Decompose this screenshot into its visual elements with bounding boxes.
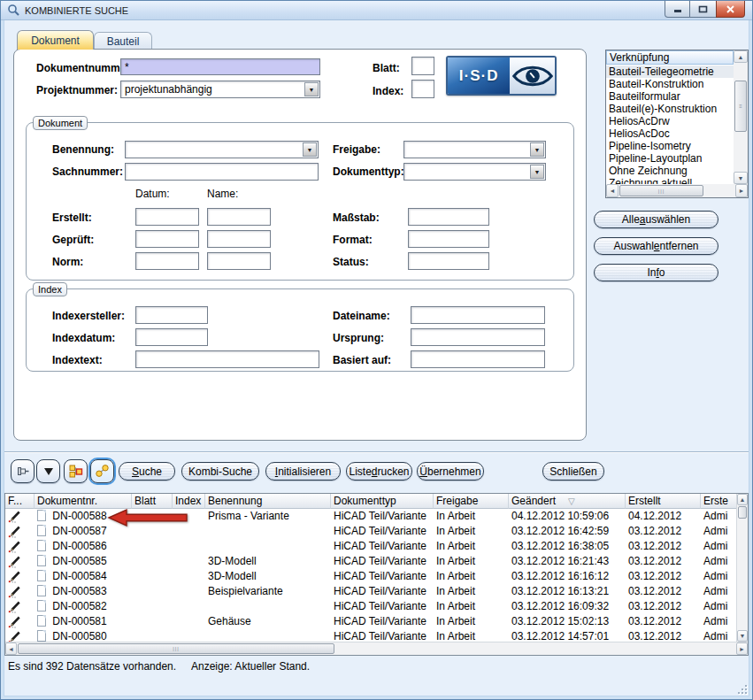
link-list-item[interactable]: Bauteil-Teilegeometrie: [606, 65, 734, 78]
erstellt-datum-input[interactable]: [135, 208, 199, 226]
combo-dropdown-button[interactable]: ▼: [304, 82, 319, 96]
norm-datum-input[interactable]: [135, 252, 199, 270]
initialisieren-button[interactable]: Initialisieren: [265, 462, 341, 481]
norm-name-input[interactable]: [207, 252, 271, 270]
basiert-auf-input[interactable]: [411, 350, 545, 368]
linked-parts-button[interactable]: [90, 459, 114, 483]
column-header[interactable]: F...: [5, 494, 35, 509]
projektnummer-combo[interactable]: projektunabhängig ▼: [120, 81, 320, 98]
verknuepfung-column-header[interactable]: Verknüpfung: [606, 50, 734, 65]
geprueft-name-input[interactable]: [207, 230, 271, 248]
scroll-thumb[interactable]: [738, 506, 747, 519]
pin-dialog-button[interactable]: [11, 459, 35, 483]
ursprung-input[interactable]: [411, 328, 545, 346]
erstellt-name-input[interactable]: [207, 208, 271, 226]
dropdown-arrow-icon: [43, 467, 54, 476]
indextext-input[interactable]: [135, 350, 319, 368]
cell-dokumenttyp: HiCAD Teil/Variante: [331, 584, 434, 599]
scroll-left-button[interactable]: ◄: [606, 184, 619, 197]
blatt-input[interactable]: [411, 57, 434, 75]
scroll-up-button[interactable]: ▲: [734, 50, 748, 63]
cell-workflow: [5, 629, 35, 642]
cell-geaendert: 03.12.2012 16:38:05: [509, 539, 626, 554]
titlebar: KOMBINIERTE SUCHE: [1, 1, 752, 20]
column-header[interactable]: Erstellt: [626, 494, 701, 509]
column-header[interactable]: Dokumenttyp: [331, 494, 434, 509]
link-list-item[interactable]: Pipeline-Isometry: [606, 140, 734, 152]
scroll-thumb[interactable]: |||: [619, 185, 703, 196]
column-header[interactable]: Geändert▽: [509, 494, 626, 509]
uebernehmen-button[interactable]: Übernehmen: [417, 462, 484, 481]
more-options-button[interactable]: [36, 459, 60, 483]
link-list-item[interactable]: Zeichnung aktuell: [606, 177, 734, 184]
suche-button[interactable]: Suche: [119, 462, 175, 481]
link-list-item[interactable]: Bauteil-Konstruktion: [606, 78, 734, 90]
scroll-thumb[interactable]: ≡: [734, 81, 747, 132]
sachnummer-input[interactable]: [125, 163, 319, 181]
maximize-button[interactable]: [690, 1, 716, 18]
auswahl-entfernen-button[interactable]: Auswahl entfernen: [594, 237, 718, 255]
structure-view-button[interactable]: [64, 459, 88, 483]
link-list-item[interactable]: HeliosAcDrw: [606, 115, 734, 127]
table-row[interactable]: DN-0005843D-ModellHiCAD Teil/VarianteIn …: [5, 569, 736, 584]
dokumentnummer-input[interactable]: [120, 58, 320, 75]
column-header[interactable]: Erste: [701, 494, 736, 509]
combo-dropdown-button[interactable]: ▼: [530, 165, 544, 179]
column-header[interactable]: Freigabe: [434, 494, 509, 509]
cell-freigabe: In Arbeit: [434, 524, 509, 539]
cell-blatt: [132, 554, 173, 569]
scroll-down-button[interactable]: ▼: [734, 172, 748, 184]
minimize-button[interactable]: [665, 1, 690, 18]
indexdatum-input[interactable]: [135, 328, 208, 346]
cell-ersteller: Admi: [701, 524, 736, 539]
list-vertical-scrollbar[interactable]: ▲ ≡ ▼: [734, 50, 748, 184]
resize-grip[interactable]: [736, 683, 747, 694]
link-list-item[interactable]: Bauteilformular: [606, 90, 734, 103]
geprueft-datum-input[interactable]: [135, 230, 199, 248]
freigabe-combo[interactable]: ▼: [403, 141, 546, 158]
table-row[interactable]: DN-000586HiCAD Teil/VarianteIn Arbeit03.…: [5, 539, 736, 554]
list-horizontal-scrollbar[interactable]: ◄ ||| ►: [606, 184, 748, 197]
liste-drucken-button[interactable]: Liste drucken: [346, 462, 412, 481]
index-input[interactable]: [411, 80, 434, 98]
combo-dropdown-button[interactable]: ▼: [303, 142, 317, 157]
cell-benennung: Prisma - Variante: [205, 509, 331, 524]
table-row[interactable]: DN-000580HiCAD Teil/VarianteIn Arbeit03.…: [5, 629, 736, 642]
alle-auswaehlen-button[interactable]: Alle auswählen: [594, 211, 718, 228]
link-list-item[interactable]: Bauteil(e)-Konstruktion: [606, 103, 734, 115]
table-row[interactable]: DN-000583BeispielvarianteHiCAD Teil/Vari…: [5, 584, 736, 599]
column-header[interactable]: Benennung: [205, 494, 331, 509]
link-list-item[interactable]: Ohne Zeichnung: [606, 165, 734, 177]
massstab-input[interactable]: [408, 208, 489, 226]
scroll-up-button[interactable]: ▲: [737, 494, 748, 505]
benennung-combo[interactable]: ▼: [125, 141, 319, 158]
link-list-item[interactable]: HeliosAcDoc: [606, 127, 734, 140]
dokumenttyp-combo[interactable]: ▼: [403, 163, 546, 181]
tab-dokument[interactable]: Dokument: [17, 30, 94, 50]
info-button[interactable]: Info: [594, 264, 718, 281]
status-input[interactable]: [408, 252, 489, 270]
scroll-thumb[interactable]: |||: [18, 643, 334, 654]
kombi-suche-button[interactable]: Kombi-Suche: [181, 462, 259, 481]
tab-bauteil[interactable]: Bauteil: [94, 32, 152, 50]
cell-erstellt: 03.12.2012: [626, 584, 701, 599]
cell-workflow: [5, 524, 35, 539]
table-horizontal-scrollbar[interactable]: ◄ ||| ►: [5, 642, 748, 655]
maximize-icon: [698, 5, 708, 13]
close-button[interactable]: [716, 1, 745, 18]
scroll-down-button[interactable]: ▼: [737, 630, 748, 642]
scroll-right-button[interactable]: ►: [735, 184, 748, 197]
table-row[interactable]: DN-000581GehäuseHiCAD Teil/VarianteIn Ar…: [5, 614, 736, 629]
link-list-item[interactable]: Pipeline-Layoutplan: [606, 152, 734, 165]
table-row[interactable]: DN-0005853D-ModellHiCAD Teil/VarianteIn …: [5, 554, 736, 569]
dateiname-input[interactable]: [411, 306, 545, 324]
schliessen-button[interactable]: Schließen: [542, 462, 604, 481]
indexersteller-input[interactable]: [135, 306, 208, 324]
format-input[interactable]: [408, 230, 489, 248]
scroll-right-button[interactable]: ►: [736, 642, 748, 655]
combo-dropdown-button[interactable]: ▼: [530, 142, 544, 157]
scroll-left-button[interactable]: ◄: [5, 642, 17, 655]
close-icon: [726, 5, 735, 13]
table-row[interactable]: DN-000582HiCAD Teil/VarianteIn Arbeit03.…: [5, 599, 736, 614]
table-vertical-scrollbar[interactable]: ▲ ▼: [736, 494, 748, 642]
